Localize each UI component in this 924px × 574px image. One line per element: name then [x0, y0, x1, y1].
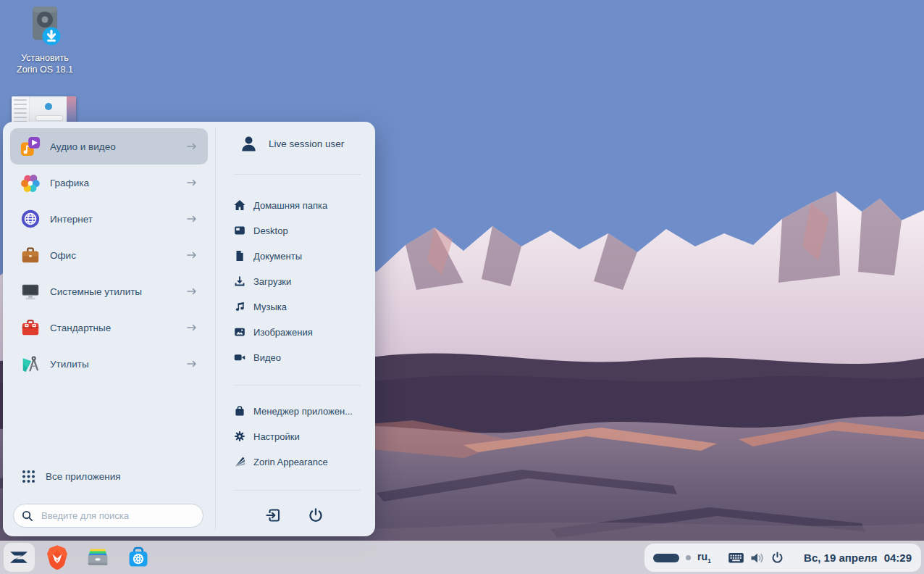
category-utilities[interactable]: Утилиты: [10, 346, 208, 382]
document-icon: [234, 250, 245, 262]
pictures-icon: [234, 326, 245, 338]
category-graphics[interactable]: Графика: [10, 165, 208, 201]
taskbar-zorin-menu-button[interactable]: [7, 545, 31, 573]
software-store-icon: [127, 546, 150, 569]
place-documents[interactable]: Документы: [234, 247, 302, 265]
category-label: Системные утилиты: [50, 286, 186, 297]
search-icon: [22, 510, 33, 522]
audio-video-icon: [20, 136, 41, 157]
search-box[interactable]: [13, 504, 203, 528]
category-list: Аудио и видео Графи: [10, 128, 208, 382]
user-row[interactable]: Live session user: [240, 135, 344, 153]
keyboard-layout-code: ru: [697, 551, 707, 562]
place-label: Видео: [253, 352, 281, 363]
power-icon: [771, 552, 784, 564]
file-manager-icon: [86, 546, 109, 569]
system-tray: ru1: [644, 544, 921, 572]
volume-icon: [750, 552, 765, 565]
category-label: Графика: [50, 178, 186, 188]
place-label: Загрузки: [253, 276, 291, 287]
app-grid-icon: [22, 470, 35, 483]
zorin-app-menu: Аудио и видео Графи: [3, 122, 375, 536]
desktop-root: Установить Zorin OS 18.1 Аудио и видео: [0, 0, 924, 574]
menu-item-label: Zorin Appearance: [253, 457, 328, 467]
chevron-right-icon: [186, 359, 198, 368]
power-button[interactable]: [308, 507, 325, 525]
menu-item-software-manager[interactable]: Менеджер приложен...: [234, 402, 353, 420]
menu-item-label: Менеджер приложен...: [253, 406, 353, 417]
menu-right-panel: Live session user Домашняя папка Desktop: [216, 122, 375, 536]
category-label: Интернет: [50, 214, 186, 225]
taskbar-files-button[interactable]: [86, 546, 109, 572]
software-bag-icon: [234, 405, 245, 417]
thumbnail-logo: [45, 103, 52, 110]
thumbnail-search-bar: [35, 115, 63, 121]
place-pictures[interactable]: Изображения: [234, 323, 313, 341]
menu-item-settings[interactable]: Настройки: [234, 428, 300, 445]
category-accessories[interactable]: Стандартные: [10, 309, 208, 346]
menu-divider: [234, 490, 361, 491]
category-label: Аудио и видео: [50, 141, 186, 152]
taskbar-software-button[interactable]: [127, 546, 150, 572]
chevron-right-icon: [186, 323, 198, 332]
place-label: Домашняя папка: [253, 200, 327, 211]
chevron-right-icon: [186, 215, 198, 223]
category-system-utilities[interactable]: Системные утилиты: [10, 273, 208, 309]
onscreen-keyboard-button[interactable]: [728, 552, 744, 567]
menu-item-zorin-appearance[interactable]: Zorin Appearance: [234, 453, 328, 470]
logout-button[interactable]: [266, 507, 283, 525]
place-videos[interactable]: Видео: [234, 349, 281, 366]
menu-divider: [234, 385, 361, 386]
system-utilities-icon: [20, 281, 41, 301]
desktop-icon: [234, 225, 245, 236]
graphics-icon: [20, 172, 41, 193]
music-icon: [234, 301, 245, 312]
menu-item-label: Настройки: [253, 431, 300, 442]
all-apps-label: Все приложения: [46, 471, 121, 482]
brave-icon: [46, 544, 69, 570]
keyboard-layout-indicator[interactable]: ru1: [697, 551, 711, 565]
place-downloads[interactable]: Загрузки: [234, 273, 291, 290]
keyboard-icon: [728, 552, 744, 565]
downloads-icon: [234, 275, 245, 287]
chevron-right-icon: [186, 287, 198, 296]
workspace-indicator-active[interactable]: [653, 554, 679, 562]
category-label: Стандартные: [50, 323, 186, 333]
disk-install-icon: [28, 6, 62, 46]
place-label: Музыка: [253, 301, 287, 312]
volume-button[interactable]: [750, 552, 765, 567]
user-name: Live session user: [269, 138, 344, 149]
logout-icon: [266, 507, 282, 523]
utilities-icon: [20, 354, 41, 374]
category-internet[interactable]: Интернет: [10, 201, 208, 237]
place-label: Desktop: [253, 225, 288, 236]
chevron-right-icon: [186, 178, 198, 187]
desktop-icon-install-zorin[interactable]: Установить Zorin OS 18.1: [10, 6, 80, 75]
home-icon: [234, 199, 245, 211]
category-audio-video[interactable]: Аудио и видео: [10, 128, 208, 165]
category-label: Утилиты: [50, 359, 186, 370]
chevron-right-icon: [186, 251, 198, 259]
clock[interactable]: Вс, 19 апреля 04:29: [804, 552, 912, 564]
user-icon: [240, 135, 258, 153]
place-desktop[interactable]: Desktop: [234, 222, 288, 239]
tray-power-button[interactable]: [771, 552, 784, 567]
video-icon: [234, 352, 245, 363]
category-office[interactable]: Офис: [10, 237, 208, 273]
taskbar-brave-button[interactable]: [46, 544, 69, 573]
workspace-indicator-dot[interactable]: [686, 555, 691, 560]
accessories-icon: [20, 317, 41, 338]
clock-date: Вс, 19 апреля: [804, 552, 878, 564]
all-apps-button[interactable]: Все приложения: [22, 465, 121, 487]
settings-gear-icon: [234, 430, 245, 442]
category-label: Офис: [50, 250, 186, 261]
keyboard-layout-index: 1: [707, 557, 711, 565]
zorin-logo-icon: [7, 545, 31, 570]
taskbar: ru1: [0, 541, 924, 574]
place-label: Документы: [253, 251, 302, 262]
search-input[interactable]: [40, 509, 195, 522]
place-home[interactable]: Домашняя папка: [234, 196, 327, 214]
clock-time: 04:29: [884, 552, 912, 564]
place-music[interactable]: Музыка: [234, 298, 287, 315]
office-icon: [20, 245, 41, 265]
